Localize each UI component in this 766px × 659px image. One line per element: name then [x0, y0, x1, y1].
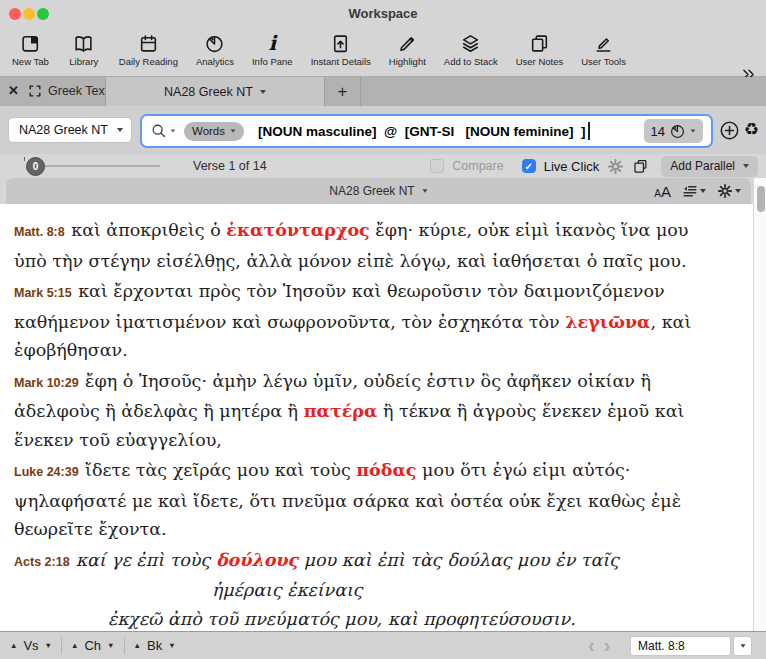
search-mode-label: Words — [192, 125, 225, 137]
pane-gear-icon[interactable] — [717, 183, 741, 199]
instant-details-icon — [330, 32, 351, 54]
add-to-stack-button[interactable]: Add to Stack — [444, 32, 498, 67]
toolbar-label: New Tab — [12, 56, 49, 67]
toolbar-label: User Tools — [581, 56, 626, 67]
text-display-settings-icon[interactable] — [682, 184, 706, 199]
library-icon — [73, 32, 94, 54]
tab-label: NA28 Greek NT — [164, 85, 253, 99]
instant-details-button[interactable]: Instant Details — [311, 32, 371, 67]
add-to-stack-icon — [460, 32, 481, 54]
add-tab-label: + — [338, 83, 347, 101]
highlight-button[interactable]: Highlight — [389, 32, 426, 67]
slider-tick — [24, 157, 25, 161]
live-click-checkbox[interactable]: ✓ — [522, 159, 536, 173]
toolbar-label: Library — [69, 56, 98, 67]
search-query-text[interactable]: [NOUN masculine] @ [GNT-SI [NOUN feminin… — [258, 124, 585, 139]
search-mode-dropdown[interactable]: Words — [184, 122, 244, 141]
chevron-down-icon — [231, 129, 236, 132]
verse-bar: 0 Verse 1 of 14 Compare ✓ Live Click Add… — [0, 154, 766, 178]
chapter-stepper: ▲ Ch ▼ — [71, 638, 115, 653]
greek-text: καὶ ἀποκριθεὶς ὁ — [71, 220, 226, 240]
title-bar: Workspace — [0, 0, 766, 28]
user-notes-icon — [529, 32, 550, 54]
info-pane-icon: i — [269, 32, 277, 54]
add-parallel-label: Add Parallel — [670, 159, 735, 173]
greek-text: ἴδετε τὰς χεῖράς μου καὶ τοὺς — [85, 460, 356, 480]
user-tools-button[interactable]: User Tools — [581, 32, 626, 67]
text-cursor — [588, 122, 590, 140]
daily-reading-button[interactable]: Daily Reading — [119, 32, 178, 67]
go-to-reference-field[interactable]: Matt. 8:8 — [630, 636, 731, 656]
main-toolbar: New Tab Library Daily Reading Analytics … — [0, 28, 766, 77]
verse: Matt. 8:8 καὶ ἀποκριθεὶς ὁ ἑκατόνταρχος … — [14, 216, 719, 275]
gear-icon[interactable] — [607, 158, 624, 175]
expand-zone-icon[interactable] — [28, 84, 42, 98]
library-button[interactable]: Library — [67, 32, 101, 67]
book-stepper: ▲ Bk ▼ — [134, 638, 176, 653]
add-parallel-button[interactable]: Add Parallel — [661, 156, 758, 177]
font-size-button[interactable]: AA — [654, 183, 671, 200]
search-hit-word: πατέρα — [304, 401, 378, 421]
search-row: NA28 Greek NT Words [NOUN masculine] @ [… — [0, 106, 766, 154]
verse-slider-knob[interactable]: 0 — [26, 157, 45, 176]
font-size-small-a: A — [654, 188, 661, 199]
tab-na28-greek-nt[interactable]: NA28 Greek NT — [105, 77, 325, 106]
history-back-icon[interactable]: ‹ — [588, 632, 595, 659]
step-down-icon[interactable]: ▼ — [168, 641, 175, 650]
recycle-icon[interactable]: ♻ — [744, 119, 759, 140]
search-hit-word: λεγιῶνα — [565, 312, 650, 332]
chevron-down-icon — [117, 128, 123, 132]
tab-strip: ✕ Greek Texts NA28 Greek NT + — [0, 77, 766, 106]
verse: Acts 2:18 καί γε ἐπὶ τοὺς δούλους μου κα… — [14, 546, 719, 632]
user-notes-button[interactable]: User Notes — [516, 32, 564, 67]
history-forward-icon[interactable]: › — [604, 632, 611, 659]
verse-reference[interactable]: Matt. 8:8 — [14, 225, 71, 239]
greek-text: ἐκχεῶ ἀπὸ τοῦ πνεύματός μου, καὶ προφητε… — [108, 609, 576, 629]
plus-circle-icon[interactable] — [719, 120, 740, 141]
step-up-icon[interactable]: ▲ — [10, 641, 17, 650]
poetry-indent — [14, 595, 212, 596]
hit-count-badge[interactable]: 14 — [644, 119, 703, 143]
slider-value: 0 — [33, 161, 39, 172]
verse-reference[interactable]: Luke 24:39 — [14, 465, 85, 479]
go-to-reference-dropdown[interactable] — [733, 636, 752, 656]
verse-reference[interactable]: Acts 2:18 — [14, 555, 76, 569]
new-tab-icon — [20, 32, 41, 54]
verse-slider[interactable] — [32, 165, 160, 167]
compare-checkbox[interactable] — [430, 159, 444, 173]
chevron-down-icon — [740, 644, 745, 647]
analytics-button[interactable]: Analytics — [196, 32, 234, 67]
font-size-big-a: A — [661, 183, 671, 200]
step-up-icon[interactable]: ▲ — [134, 641, 141, 650]
verse-list[interactable]: Matt. 8:8 καὶ ἀποκριθεὶς ὁ ἑκατόνταρχος … — [0, 204, 753, 631]
search-input[interactable]: Words [NOUN masculine] @ [GNT-SI [NOUN f… — [140, 114, 713, 148]
analytics-icon — [204, 32, 225, 54]
verse-reference[interactable]: Mark 5:15 — [14, 286, 78, 300]
highlight-icon — [397, 32, 418, 54]
step-down-icon[interactable]: ▼ — [45, 641, 52, 650]
magnifier-icon[interactable] — [151, 123, 176, 139]
close-zone-icon[interactable]: ✕ — [8, 83, 19, 98]
verse-bar-controls: Compare ✓ Live Click Add Parallel — [430, 154, 758, 178]
scrollbar-thumb[interactable] — [757, 186, 765, 212]
pane-title-dropdown[interactable]: NA28 Greek NT — [6, 178, 751, 204]
info-pane-button[interactable]: i Info Pane — [252, 32, 293, 67]
toolbar-label: User Notes — [516, 56, 564, 67]
compare-label: Compare — [452, 159, 503, 173]
toolbar-label: Info Pane — [252, 56, 293, 67]
duplicate-pane-icon[interactable] — [632, 158, 649, 175]
step-down-icon[interactable]: ▼ — [107, 641, 114, 650]
new-tab-button[interactable]: New Tab — [12, 32, 49, 67]
hit-count: 14 — [651, 124, 665, 139]
add-tab-button[interactable]: + — [325, 77, 361, 106]
chapter-stepper-label: Ch — [84, 638, 101, 653]
pie-count-icon — [670, 124, 685, 139]
vertical-scrollbar[interactable] — [753, 178, 766, 631]
verse-reference[interactable]: Mark 10:29 — [14, 376, 85, 390]
bottom-navigation-bar: ▲ Vs ▼ ▲ Ch ▼ ▲ Bk ▼ ‹ › Matt. 8:8 — [0, 631, 766, 659]
toolbar-label: Add to Stack — [444, 56, 498, 67]
pane-title: NA28 Greek NT — [329, 184, 414, 198]
text-selector-dropdown[interactable]: NA28 Greek NT — [8, 117, 132, 143]
step-up-icon[interactable]: ▲ — [71, 641, 78, 650]
search-hit-word: δούλους — [216, 550, 298, 570]
